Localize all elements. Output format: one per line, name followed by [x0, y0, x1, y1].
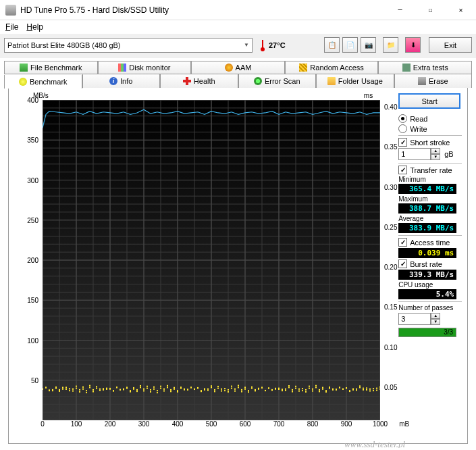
tab-erase[interactable]: Erase	[394, 74, 473, 88]
average-value: 383.9 MB/s	[398, 223, 456, 233]
num-passes-label: Number of passes	[398, 304, 462, 311]
copy-screenshot-button[interactable]: 📄	[342, 37, 358, 53]
cpu-usage-label: CPU usage	[398, 281, 462, 289]
drive-select-value: Patriot Burst Elite 480GB (480 gB)	[7, 41, 121, 49]
average-label: Average	[398, 215, 462, 222]
burst-rate-value: 339.3 MB/s	[398, 270, 456, 280]
window-title: HD Tune Pro 5.75 - Hard Disk/SSD Utility	[20, 5, 385, 15]
error-scan-icon	[254, 77, 262, 85]
save-button[interactable]: ⬇	[405, 37, 421, 53]
title-bar: HD Tune Pro 5.75 - Hard Disk/SSD Utility…	[0, 0, 476, 20]
aam-icon	[225, 64, 233, 72]
minimum-label: Minimum	[398, 176, 462, 183]
x-axis-unit: mB	[399, 420, 409, 428]
y2-axis-label: ms	[364, 92, 373, 99]
benchmark-chart	[43, 100, 380, 420]
short-stroke-input[interactable]	[398, 148, 431, 160]
maximize-button[interactable]: ☐	[415, 0, 446, 20]
tab-file-benchmark[interactable]: File Benchmark	[4, 61, 98, 74]
tab-benchmark[interactable]: Benchmark	[4, 75, 82, 89]
erase-icon	[418, 77, 426, 85]
thermometer-icon	[259, 39, 266, 51]
short-stroke-down[interactable]: ▼	[431, 154, 440, 160]
start-button[interactable]: Start	[398, 93, 460, 109]
tab-disk-monitor[interactable]: Disk monitor	[98, 61, 192, 74]
extra-tests-icon	[402, 64, 411, 72]
app-icon	[5, 5, 16, 16]
random-access-icon	[299, 64, 307, 72]
tab-info[interactable]: iInfo	[82, 74, 161, 88]
disk-monitor-icon	[118, 64, 126, 72]
folder-usage-icon	[327, 77, 336, 85]
chart-area: MB/s ms 50100150200250300350400 0.050.10…	[14, 93, 393, 438]
num-passes-input[interactable]	[398, 313, 431, 325]
info-icon: i	[109, 77, 117, 85]
menu-file[interactable]: File	[5, 22, 18, 32]
menu-help[interactable]: Help	[26, 22, 43, 32]
menu-bar: File Help	[0, 20, 476, 34]
temperature-value: 27°C	[269, 41, 286, 49]
watermark: www.ssd-tester.pl	[344, 439, 405, 448]
health-icon	[183, 77, 191, 85]
toolbar: Patriot Burst Elite 480GB (480 gB) ▼ 27°…	[0, 34, 476, 58]
tab-random-access[interactable]: Random Access	[285, 61, 379, 74]
tab-aam[interactable]: AAM	[191, 61, 285, 74]
chevron-down-icon: ▼	[244, 42, 249, 48]
tab-health[interactable]: Health	[160, 74, 238, 88]
maximum-label: Maximum	[398, 195, 462, 203]
minimize-button[interactable]: ─	[385, 0, 415, 20]
short-stroke-up[interactable]: ▲	[431, 148, 440, 154]
tab-folder-usage[interactable]: Folder Usage	[316, 74, 394, 88]
num-passes-up[interactable]: ▲	[431, 313, 440, 319]
save-screenshot-button[interactable]: 📷	[361, 37, 376, 53]
progress-bar: 3/3	[398, 328, 456, 337]
drive-select[interactable]: Patriot Burst Elite 480GB (480 gB) ▼	[4, 38, 253, 53]
num-passes-down[interactable]: ▼	[431, 319, 440, 325]
progress-text: 3/3	[444, 328, 453, 336]
minimum-value: 365.4 MB/s	[398, 184, 456, 194]
access-time-value: 0.039 ms	[398, 248, 456, 258]
temperature-display: 27°C	[259, 39, 286, 51]
tab-extra-tests[interactable]: Extra tests	[378, 61, 472, 74]
close-button[interactable]: ✕	[446, 0, 476, 20]
side-panel: Start Read Write Short stroke ▲▼ gB Tran…	[398, 93, 462, 438]
copy-info-button[interactable]: 📋	[324, 37, 340, 53]
benchmark-icon	[19, 78, 27, 86]
tab-error-scan[interactable]: Error Scan	[238, 74, 317, 88]
maximum-value: 388.7 MB/s	[398, 203, 456, 214]
exit-button[interactable]: Exit	[429, 37, 472, 53]
cpu-usage-value: 5.4%	[398, 289, 456, 299]
file-benchmark-icon	[20, 64, 28, 72]
options-button[interactable]: 📁	[383, 37, 398, 53]
